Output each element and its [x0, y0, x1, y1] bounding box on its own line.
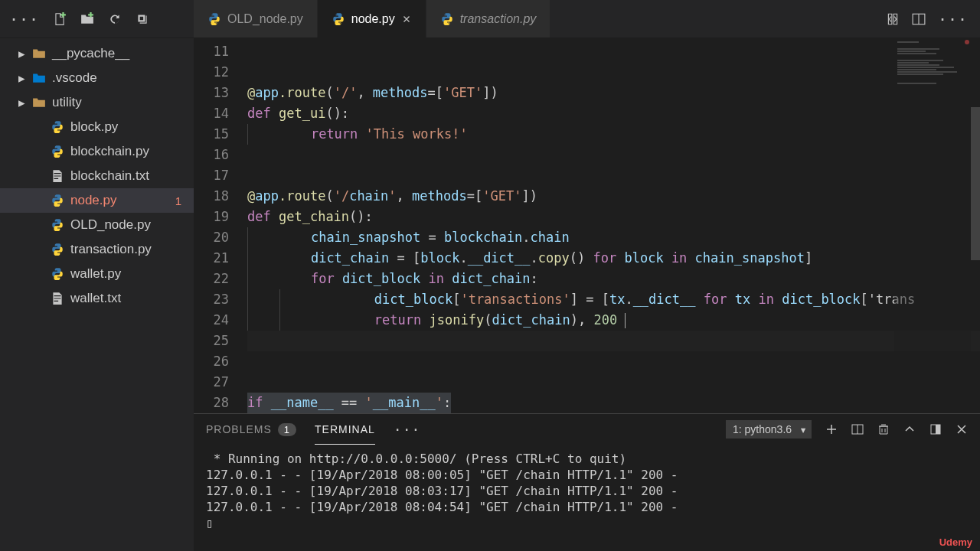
python-icon: [332, 12, 345, 26]
tab-transaction[interactable]: transaction.py: [426, 0, 551, 37]
minimap[interactable]: [894, 38, 971, 413]
bottom-panel: PROBLEMS 1 TERMINAL ··· 1: python3.6: [194, 413, 980, 551]
problems-tab[interactable]: PROBLEMS 1: [206, 414, 296, 445]
tree-item-label: transaction.py: [70, 242, 152, 257]
tab-label: OLD_node.py: [227, 12, 303, 26]
tree-item-node-py[interactable]: node.py1: [0, 188, 194, 213]
terminal-tab[interactable]: TERMINAL: [315, 414, 375, 445]
tab-label: node.py: [351, 12, 395, 26]
editor-overflow-icon[interactable]: ···: [938, 10, 968, 28]
panel-tabs: PROBLEMS 1 TERMINAL ··· 1: python3.6: [194, 414, 980, 445]
file-icon: [51, 292, 64, 305]
tree-item-wallet-py[interactable]: wallet.py: [0, 262, 194, 286]
tab-label: transaction.py: [460, 12, 537, 26]
new-terminal-icon[interactable]: [825, 423, 838, 435]
tree-item-label: blockchain.txt: [70, 168, 149, 184]
scrollbar-thumb[interactable]: [971, 107, 980, 260]
split-editor-icon[interactable]: [912, 12, 926, 26]
tree-item-__pycache__[interactable]: ▸__pycache__: [0, 41, 194, 66]
python-icon: [440, 12, 454, 26]
maximize-panel-icon[interactable]: [929, 423, 942, 435]
error-marker: [965, 40, 969, 44]
tree-item-wallet-txt[interactable]: wallet.txt: [0, 286, 194, 311]
tree-item-label: .vscode: [52, 70, 97, 86]
python-icon: [51, 145, 64, 158]
python-icon: [51, 243, 64, 256]
minimap-content: [894, 38, 971, 88]
tree-item-label: node.py: [70, 193, 117, 208]
titlebar-left: ···: [0, 10, 194, 28]
chevron-right-icon: ▸: [18, 95, 26, 111]
tree-item-label: wallet.txt: [70, 291, 121, 306]
python-icon: [51, 218, 64, 232]
python-icon: [51, 194, 64, 207]
chevron-up-icon[interactable]: [903, 423, 916, 435]
folder-icon: [32, 71, 46, 85]
tree-item-transaction-py[interactable]: transaction.py: [0, 237, 194, 262]
udemy-watermark: Udemy: [939, 536, 972, 548]
tree-item-label: utility: [52, 95, 82, 110]
titlebar: ··· OLD_node.py node.py transaction.py ·…: [0, 0, 980, 38]
titlebar-right: ···: [874, 10, 980, 28]
tree-item-label: __pycache__: [52, 46, 129, 61]
svg-rect-5: [936, 425, 940, 434]
close-icon[interactable]: [401, 14, 412, 24]
editor-scrollbar[interactable]: [971, 38, 980, 413]
terminal-select[interactable]: 1: python3.6: [726, 420, 812, 439]
problems-label: PROBLEMS: [206, 423, 272, 435]
tab-old-node[interactable]: OLD_node.py: [194, 0, 318, 37]
folder-icon: [32, 96, 46, 109]
problems-count: 1: [278, 423, 296, 436]
tree-item-label: OLD_node.py: [70, 217, 151, 233]
collapse-all-icon[interactable]: [136, 12, 149, 26]
tree-item-blockchain-txt[interactable]: blockchain.txt: [0, 164, 194, 188]
compare-icon[interactable]: [886, 12, 900, 26]
editor-content[interactable]: 111213141516171819202122232425262728 @ap…: [194, 38, 980, 413]
python-icon: [51, 120, 64, 134]
line-numbers: 111213141516171819202122232425262728: [194, 38, 247, 413]
editor-area[interactable]: 111213141516171819202122232425262728 @ap…: [194, 38, 980, 551]
kill-terminal-icon[interactable]: [877, 423, 890, 435]
new-folder-icon[interactable]: [80, 12, 94, 26]
chevron-right-icon: ▸: [18, 70, 26, 86]
tree-item-utility[interactable]: ▸utility: [0, 90, 194, 115]
explorer-sidebar[interactable]: ▸__pycache__▸.vscode▸utilityblock.pybloc…: [0, 38, 194, 551]
error-badge: 1: [175, 194, 188, 207]
split-terminal-icon[interactable]: [851, 423, 864, 435]
workspace: ▸__pycache__▸.vscode▸utilityblock.pybloc…: [0, 38, 980, 551]
tree-item-label: blockchain.py: [70, 144, 149, 159]
overflow-menu-icon[interactable]: ···: [9, 10, 39, 28]
file-icon: [51, 169, 64, 183]
tree-item-label: wallet.py: [70, 266, 121, 282]
panel-actions: 1: python3.6: [726, 420, 968, 439]
tree-item-OLD_node-py[interactable]: OLD_node.py: [0, 213, 194, 237]
refresh-icon[interactable]: [108, 12, 122, 26]
code-area[interactable]: @app.route('/', methods=['GET'])def get_…: [247, 38, 980, 413]
tree-item--vscode[interactable]: ▸.vscode: [0, 66, 194, 90]
terminal-label: TERMINAL: [315, 423, 375, 435]
terminal-output[interactable]: * Running on http://0.0.0.0:5000/ (Press…: [194, 445, 980, 551]
tree-item-blockchain-py[interactable]: blockchain.py: [0, 139, 194, 164]
chevron-right-icon: ▸: [18, 46, 26, 62]
python-icon: [51, 267, 64, 281]
panel-overflow-icon[interactable]: ···: [394, 422, 421, 438]
folder-icon: [32, 47, 46, 60]
terminal-select-wrap[interactable]: 1: python3.6: [726, 420, 812, 439]
close-panel-icon[interactable]: [956, 423, 968, 435]
python-icon: [207, 12, 221, 26]
tree-item-block-py[interactable]: block.py: [0, 115, 194, 139]
tab-node[interactable]: node.py: [318, 0, 426, 37]
tree-item-label: block.py: [70, 119, 118, 135]
new-file-icon[interactable]: [53, 12, 67, 26]
tabs-container: OLD_node.py node.py transaction.py: [194, 0, 874, 37]
